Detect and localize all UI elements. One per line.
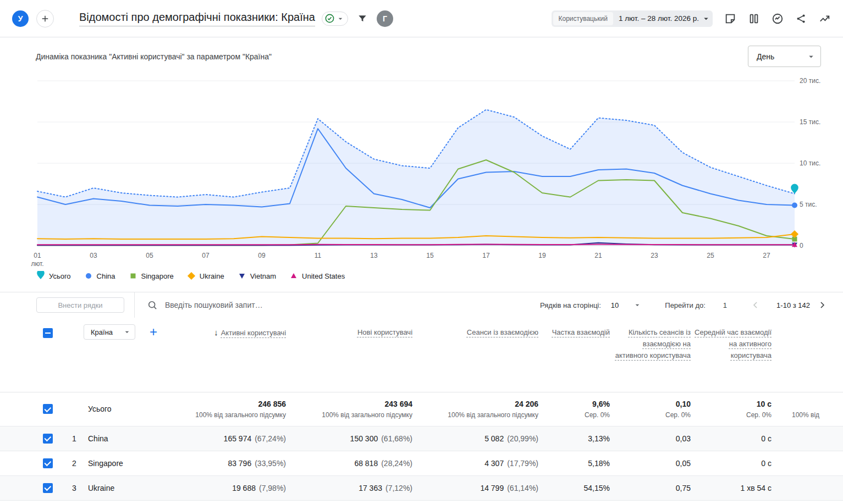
notes-icon[interactable] <box>724 13 736 25</box>
svg-text:15 тис.: 15 тис. <box>800 118 820 126</box>
date-range-picker[interactable]: Користувацький 1 лют. – 28 лют. 2026 р. <box>552 10 713 27</box>
country-cell: China <box>88 426 170 451</box>
legend-label: Ukraine <box>200 272 224 280</box>
compare-columns-icon[interactable] <box>748 13 760 25</box>
table-header-row: Країна + ↓Активні користувачі Нові корис… <box>0 318 843 392</box>
trending-icon[interactable] <box>819 13 831 25</box>
country-cell: Singapore <box>88 451 170 475</box>
column-header-avg-engagement-time[interactable]: Середній час взаємодії на активного кори… <box>691 318 772 392</box>
legend-marker-pin <box>36 271 45 281</box>
chart-legend: УсьогоChinaSingaporeUkraineVietnamUnited… <box>0 269 843 283</box>
pagination: Рядків на сторінці: 10 Перейти до: 1 1-1… <box>540 298 829 312</box>
interval-select[interactable]: День <box>748 46 821 67</box>
svg-text:0: 0 <box>800 242 803 250</box>
page-title[interactable]: Відомості про демографічні показники: Кр… <box>79 11 315 26</box>
svg-text:19: 19 <box>538 252 546 259</box>
row-checkbox[interactable] <box>43 434 53 444</box>
expand-rows-button[interactable]: Внести рядки <box>36 297 124 313</box>
legend-item-ukraine: Ukraine <box>187 271 224 281</box>
legend-marker-square <box>129 271 137 281</box>
table-row: 3 Ukraine 19 688(7,98%) 17 363(7,12%) 14… <box>0 475 843 500</box>
column-header-new-users[interactable]: Нові користувачі <box>286 318 412 392</box>
svg-text:11: 11 <box>315 252 322 259</box>
table-search <box>147 300 540 311</box>
column-header-engagement-rate[interactable]: Частка взаємодій <box>538 318 610 392</box>
filter-icon[interactable] <box>357 13 368 24</box>
svg-text:01: 01 <box>34 252 41 259</box>
goto-page-label: Перейти до: <box>665 301 706 309</box>
select-all-checkbox[interactable] <box>43 328 53 338</box>
prev-page-button[interactable] <box>749 298 762 312</box>
svg-text:23: 23 <box>651 252 658 259</box>
timeseries-chart: 20 тис.15 тис.10 тис.5 тис.001лют.030507… <box>0 68 843 269</box>
share-icon[interactable] <box>795 13 807 25</box>
chart-header: Динаміка показника "Активні користувачі"… <box>0 37 843 68</box>
table-row-partial <box>0 500 843 504</box>
date-range-text: 1 лют. – 28 лют. 2026 р. <box>613 14 701 23</box>
rows-per-page-label: Рядків на сторінці: <box>540 301 601 309</box>
chart-title: Динаміка показника "Активні користувачі"… <box>36 52 272 61</box>
country-cell: Ukraine <box>88 475 170 500</box>
svg-text:21: 21 <box>594 252 602 259</box>
sort-desc-icon: ↓ <box>214 328 218 337</box>
legend-label: China <box>97 272 115 280</box>
top-bar: У Відомості про демографічні показники: … <box>0 0 843 37</box>
add-dimension-button[interactable]: + <box>150 325 157 339</box>
legend-item-singapore: Singapore <box>129 271 174 281</box>
row-checkbox[interactable] <box>43 483 53 493</box>
interval-value: День <box>757 52 774 61</box>
chevron-down-icon <box>633 301 642 309</box>
user-avatar[interactable]: Г <box>377 10 393 27</box>
svg-text:17: 17 <box>482 252 490 259</box>
table-toolbar: Внести рядки Рядків на сторінці: 10 Пере… <box>0 292 843 318</box>
legend-item-china: China <box>84 271 115 281</box>
dimension-selector[interactable]: Країна <box>84 324 135 340</box>
custom-range-chip: Користувацький <box>553 12 613 25</box>
svg-text:лют.: лют. <box>31 260 43 268</box>
svg-text:03: 03 <box>90 252 97 259</box>
row-checkbox[interactable] <box>43 458 53 468</box>
data-table-container: Країна + ↓Активні користувачі Нові корис… <box>0 318 843 504</box>
totals-row: Усього 246 856100% від загального підсум… <box>0 392 843 426</box>
legend-item-united-states: United States <box>289 271 345 281</box>
legend-marker-triangle-down <box>238 271 246 281</box>
column-header-partial <box>772 318 843 392</box>
svg-text:07: 07 <box>202 252 210 259</box>
svg-text:5 тис.: 5 тис. <box>800 201 817 208</box>
legend-marker-triangle-up <box>289 271 298 281</box>
totals-label: Усього <box>88 392 170 426</box>
chevron-down-icon <box>123 328 131 336</box>
chevron-down-icon <box>806 52 816 62</box>
svg-text:20 тис.: 20 тис. <box>800 77 820 85</box>
svg-text:10 тис.: 10 тис. <box>800 159 820 167</box>
svg-text:09: 09 <box>258 252 266 259</box>
plus-icon <box>40 14 50 24</box>
table-row: 2 Singapore 83 796(33,95%) 68 818(28,24%… <box>0 451 843 475</box>
legend-label: Singapore <box>141 272 174 280</box>
legend-item-усього: Усього <box>36 271 71 281</box>
legend-marker-diamond <box>187 271 196 281</box>
column-header-active-users[interactable]: ↓Активні користувачі <box>170 318 286 392</box>
svg-text:27: 27 <box>763 252 770 259</box>
rows-per-page-select[interactable]: 10 <box>611 301 642 309</box>
goto-page-input[interactable]: 1 <box>723 301 727 309</box>
data-table: Країна + ↓Активні користувачі Нові корис… <box>0 318 843 504</box>
table-row: 1 China 165 974(67,24%) 150 300(61,68%) … <box>0 426 843 451</box>
add-button[interactable] <box>36 10 54 27</box>
svg-text:13: 13 <box>370 252 378 259</box>
account-avatar[interactable]: У <box>12 10 29 27</box>
legend-marker-circle <box>84 271 93 281</box>
insights-icon[interactable] <box>772 13 784 25</box>
row-checkbox[interactable] <box>43 404 53 414</box>
search-icon <box>147 300 158 311</box>
check-circle-icon <box>324 13 335 24</box>
next-page-button[interactable] <box>816 298 829 312</box>
legend-label: Vietnam <box>250 272 276 280</box>
divider <box>134 292 135 318</box>
svg-text:15: 15 <box>426 252 434 259</box>
svg-text:25: 25 <box>707 252 714 259</box>
column-header-engaged-sessions[interactable]: Сеанси із взаємодією <box>412 318 538 392</box>
report-status-badge[interactable] <box>322 12 348 26</box>
search-input[interactable] <box>165 301 540 309</box>
column-header-engaged-sessions-per-user[interactable]: Кількість сеансів із взаємодією на актив… <box>610 318 691 392</box>
